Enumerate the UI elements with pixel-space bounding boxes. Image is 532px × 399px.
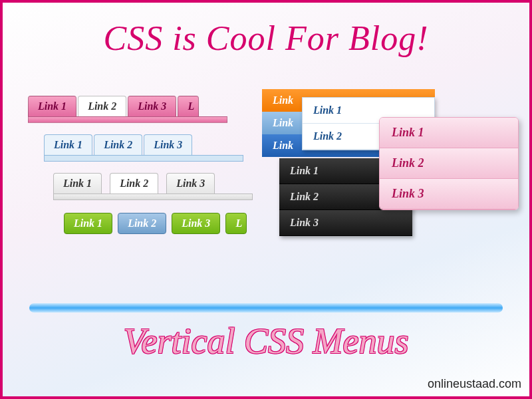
- strip-label: Link: [273, 94, 293, 106]
- page-title: CSS is Cool For Blog!: [3, 19, 529, 58]
- tab-link-2[interactable]: Link 2: [94, 134, 142, 155]
- strip-label: Link: [273, 140, 293, 152]
- list-item[interactable]: Link 3: [380, 179, 518, 209]
- tab-link-3[interactable]: Link 3: [144, 134, 192, 155]
- tab-bar: [44, 155, 243, 162]
- list-item[interactable]: Link 2: [380, 148, 518, 179]
- tab-bar: [28, 116, 227, 123]
- strip-label: Link: [273, 117, 293, 129]
- tab-link-partial[interactable]: L: [178, 96, 199, 116]
- tabs-grey: Link 1 Link 2 Link 3: [53, 173, 253, 200]
- tab-link-1[interactable]: Link 1: [44, 134, 92, 155]
- watermark: onlineustaad.com: [428, 377, 521, 391]
- demo-stage: Link 1 Link 2 Link 3 L Link 1 Link 2 Lin…: [3, 89, 529, 295]
- footer-title: Vertical CSS Menus: [3, 321, 529, 362]
- tab-link-partial[interactable]: L: [225, 213, 247, 234]
- tab-link-1[interactable]: Link 1: [53, 173, 102, 194]
- tabs-green: Link 1 Link 2 Link 3 L: [64, 213, 277, 234]
- divider-bar: [29, 303, 503, 313]
- tabs-blue: Link 1 Link 2 Link 3: [44, 134, 243, 162]
- tab-link-1[interactable]: Link 1: [64, 213, 112, 234]
- list-item[interactable]: Link 1: [380, 118, 518, 148]
- tab-link-3[interactable]: Link 3: [166, 173, 215, 194]
- list-item[interactable]: Link 3: [279, 210, 412, 236]
- tab-link-2[interactable]: Link 2: [110, 173, 158, 194]
- tab-link-3[interactable]: Link 3: [128, 96, 176, 116]
- tab-link-2[interactable]: Link 2: [78, 96, 126, 116]
- menu-pink: Link 1 Link 2 Link 3: [379, 117, 519, 210]
- tab-link-1[interactable]: Link 1: [28, 96, 76, 116]
- tabs-pink: Link 1 Link 2 Link 3 L: [28, 96, 227, 123]
- tab-bar: [53, 194, 253, 200]
- tab-link-2[interactable]: Link 2: [118, 213, 166, 234]
- tab-link-3[interactable]: Link 3: [172, 213, 220, 234]
